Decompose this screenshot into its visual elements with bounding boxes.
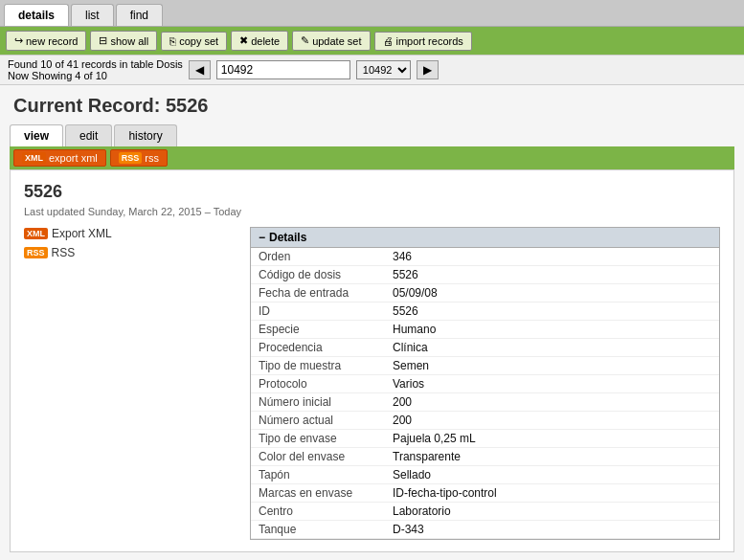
table-row: Marcas en envaseID-fecha-tipo-control (251, 484, 719, 503)
field-label: Tipo de muestra (251, 357, 385, 375)
new-record-button[interactable]: ↪ new record (6, 31, 86, 51)
field-label: Color del envase (251, 448, 385, 466)
tab-edit[interactable]: edit (65, 124, 112, 146)
field-label: Tapón (251, 466, 385, 484)
details-collapse-icon[interactable]: − (259, 231, 265, 244)
record-body: XML Export XML RSS RSS − Details Orden34… (24, 227, 720, 540)
field-value: 05/09/08 (385, 284, 719, 302)
field-value: Pajuela 0,25 mL (385, 430, 719, 448)
field-value: Semen (385, 357, 719, 375)
sidebar-rss-link[interactable]: RSS RSS (24, 246, 235, 259)
table-row: EspecieHumano (251, 321, 719, 339)
field-value: Laboratorio (385, 503, 719, 521)
field-label: Número inicial (251, 393, 385, 412)
field-label: Fecha de entrada (251, 284, 385, 302)
record-card: 5526 Last updated Sunday, March 22, 2015… (10, 169, 734, 552)
field-label: Marcas en envase (251, 484, 385, 503)
table-row: Orden346 (251, 248, 719, 266)
field-label: Centro (251, 503, 385, 521)
table-row: ProtocoloVarios (251, 375, 719, 393)
current-record-title: Current Record: 5526 (10, 95, 734, 117)
table-row: Tipo de envasePajuela 0,25 mL (251, 430, 719, 448)
sub-tabs-bar: view edit history (10, 124, 734, 146)
rss-tab[interactable]: RSS rss (110, 149, 168, 167)
field-label: Especie (251, 321, 385, 339)
field-value: ID-fecha-tipo-control (385, 484, 719, 503)
field-label: ID (251, 302, 385, 321)
show-all-button[interactable]: ⊟ show all (90, 31, 157, 51)
status-text: Found 10 of 41 records in table Dosis No… (8, 58, 183, 81)
table-row: TanqueD-343 (251, 521, 719, 539)
field-value: 200 (385, 393, 719, 412)
field-value: Varios (385, 375, 719, 393)
copy-set-button[interactable]: ⎘ copy set (161, 32, 227, 51)
tab-details[interactable]: details (4, 4, 69, 26)
copy-set-icon: ⎘ (169, 35, 176, 47)
field-value: 200 (385, 412, 719, 430)
xml-badge: XML (22, 152, 46, 164)
nav-dropdown[interactable]: 10492 (356, 60, 411, 79)
field-label: Código de dosis (251, 266, 385, 284)
rss-sidebar-badge: RSS (24, 247, 48, 258)
nav-next-button[interactable]: ▶ (417, 60, 439, 79)
field-value: 5526 (385, 266, 719, 284)
field-label: Protocolo (251, 375, 385, 393)
update-set-button[interactable]: ✎ update set (292, 31, 370, 51)
field-value: Sellado (385, 466, 719, 484)
field-label: Tipo de envase (251, 430, 385, 448)
field-value: Humano (385, 321, 719, 339)
main-content-area: Current Record: 5526 view edit history X… (0, 85, 744, 560)
field-value: Clínica (385, 339, 719, 357)
field-value: D-343 (385, 521, 719, 539)
new-record-icon: ↪ (14, 34, 23, 47)
main-toolbar: ↪ new record ⊟ show all ⎘ copy set ✖ del… (0, 26, 744, 55)
nav-prev-button[interactable]: ◀ (189, 60, 211, 79)
sidebar-export-xml-link[interactable]: XML Export XML (24, 227, 235, 240)
table-row: CentroLaboratorio (251, 503, 719, 521)
import-records-icon: 🖨 (383, 35, 394, 47)
top-tabs-bar: details list find (0, 0, 744, 26)
show-all-icon: ⊟ (99, 34, 107, 47)
action-tabs-bar: XML export xml RSS rss (10, 146, 734, 169)
table-row: Número actual200 (251, 412, 719, 430)
field-value: 346 (385, 248, 719, 266)
field-label: Procedencia (251, 339, 385, 357)
table-row: Código de dosis5526 (251, 266, 719, 284)
field-label: Número actual (251, 412, 385, 430)
table-row: Número inicial200 (251, 393, 719, 412)
field-label: Tanque (251, 521, 385, 539)
nav-id-input[interactable] (216, 60, 350, 79)
details-panel: − Details Orden346Código de dosis5526Fec… (250, 227, 720, 540)
record-id: 5526 (24, 182, 720, 202)
delete-button[interactable]: ✖ delete (231, 31, 288, 51)
tab-list[interactable]: list (71, 4, 114, 26)
import-records-button[interactable]: 🖨 import records (374, 32, 472, 51)
field-value: Transparente (385, 448, 719, 466)
table-row: ProcedenciaClínica (251, 339, 719, 357)
tab-history[interactable]: history (114, 124, 176, 146)
record-last-updated: Last updated Sunday, March 22, 2015 – To… (24, 206, 720, 217)
record-sidebar: XML Export XML RSS RSS (24, 227, 235, 540)
tab-view[interactable]: view (10, 124, 63, 146)
rss-badge: RSS (119, 152, 143, 164)
table-row: ID5526 (251, 302, 719, 321)
delete-icon: ✖ (239, 34, 248, 47)
field-label: Orden (251, 248, 385, 266)
update-set-icon: ✎ (301, 34, 309, 47)
export-xml-tab[interactable]: XML export xml (13, 149, 106, 167)
table-row: Color del envaseTransparente (251, 448, 719, 466)
field-value: 5526 (385, 302, 719, 321)
tab-find[interactable]: find (116, 4, 163, 26)
table-row: TapónSellado (251, 466, 719, 484)
status-bar: Found 10 of 41 records in table Dosis No… (0, 55, 744, 85)
table-row: Fecha de entrada05/09/08 (251, 284, 719, 302)
details-header: − Details (251, 228, 719, 248)
xml-sidebar-badge: XML (24, 228, 48, 239)
table-row: Tipo de muestraSemen (251, 357, 719, 375)
details-table: Orden346Código de dosis5526Fecha de entr… (251, 248, 719, 539)
